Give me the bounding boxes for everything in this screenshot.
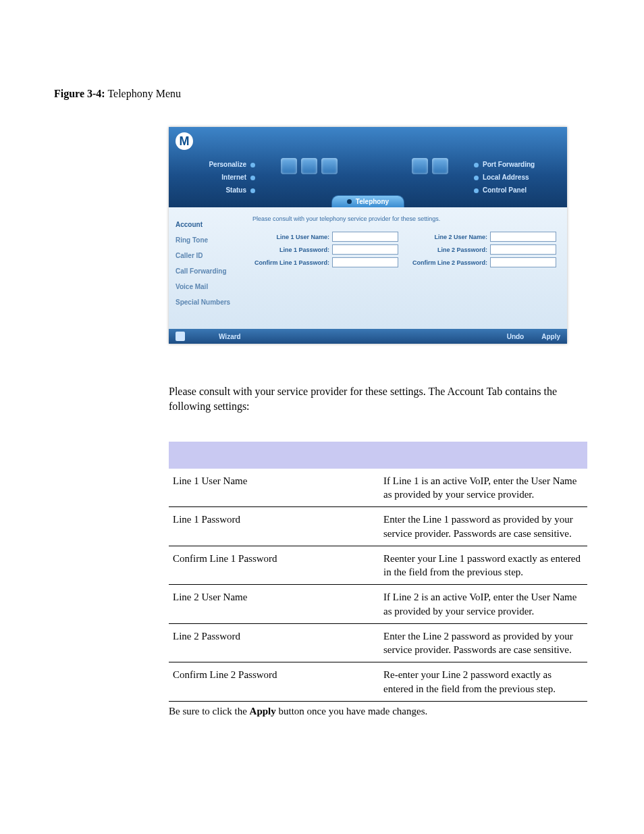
nav-local-address[interactable]: Local Address: [474, 171, 560, 184]
label-line1-password: Line 1 Password:: [279, 246, 329, 253]
header-graphics: [255, 154, 474, 181]
left-nav: Personalize Internet Status: [176, 154, 255, 197]
input-line1-password[interactable]: [332, 244, 398, 255]
nav-internet[interactable]: Internet: [176, 171, 255, 184]
gear-icon: [432, 158, 448, 174]
form-hint: Please consult with your telephony servi…: [252, 215, 556, 222]
sidebar-item-account[interactable]: Account: [176, 217, 242, 232]
bullet-icon: [250, 188, 255, 193]
bullet-icon: [474, 188, 479, 193]
intro-paragraph: Please consult with your service provide…: [169, 384, 587, 415]
sidebar: Account Ring Tone Caller ID Call Forward…: [169, 207, 248, 329]
input-confirm-line2-password[interactable]: [490, 257, 556, 267]
table-row: Line 2 PasswordEnter the Line 2 password…: [169, 623, 587, 662]
figure-label: Figure 3-4:: [54, 88, 105, 99]
nav-port-forwarding[interactable]: Port Forwarding: [474, 158, 560, 171]
input-line1-username[interactable]: [332, 232, 398, 242]
figure-title: Telephony Menu: [105, 88, 181, 99]
table-row: Line 1 User NameIf Line 1 is an active V…: [169, 469, 587, 507]
apply-button[interactable]: Apply: [541, 333, 560, 340]
table-row: Confirm Line 2 PasswordRe-enter your Lin…: [169, 662, 587, 702]
bullet-icon: [347, 199, 352, 204]
table-row: Line 2 User NameIf Line 2 is an active V…: [169, 585, 587, 624]
sidebar-item-voice-mail[interactable]: Voice Mail: [176, 279, 242, 294]
label-line2-password: Line 2 Password:: [437, 246, 487, 253]
motorola-logo-icon: M: [176, 132, 193, 150]
label-confirm-line1-password: Confirm Line 1 Password:: [254, 259, 329, 266]
table-header: [169, 442, 587, 469]
label-line1-username: Line 1 User Name:: [276, 234, 329, 240]
signal-icon: [301, 158, 317, 174]
sidebar-item-caller-id[interactable]: Caller ID: [176, 248, 242, 263]
input-line2-username[interactable]: [490, 232, 556, 242]
label-confirm-line2-password: Confirm Line 2 Password:: [412, 259, 487, 266]
settings-table: Line 1 User NameIf Line 1 is an active V…: [169, 442, 587, 702]
wizard-button[interactable]: Wizard: [219, 333, 241, 340]
monitor-icon: [412, 158, 428, 174]
nav-personalize[interactable]: Personalize: [176, 158, 255, 171]
undo-button[interactable]: Undo: [507, 333, 525, 340]
closing-note: Be sure to click the Apply button once y…: [169, 706, 590, 717]
figure-caption: Figure 3-4: Telephony Menu: [54, 88, 590, 100]
globe-icon: [281, 158, 297, 174]
bullet-icon: [474, 176, 479, 180]
pc-icon: [321, 158, 338, 174]
bullet-icon: [250, 176, 255, 180]
table-row: Line 1 PasswordEnter the Line 1 password…: [169, 507, 587, 546]
sidebar-item-call-forwarding[interactable]: Call Forwarding: [176, 263, 242, 279]
table-row: Confirm Line 1 PasswordReenter your Line…: [169, 546, 587, 585]
sidebar-item-ring-tone[interactable]: Ring Tone: [176, 232, 242, 248]
input-confirm-line1-password[interactable]: [332, 257, 398, 267]
nav-control-panel[interactable]: Control Panel: [474, 184, 560, 197]
right-nav: Port Forwarding Local Address Control Pa…: [474, 154, 560, 197]
wizard-icon[interactable]: [176, 332, 185, 341]
label-line2-username: Line 2 User Name:: [434, 234, 487, 240]
tab-telephony[interactable]: Telephony: [331, 195, 404, 207]
nav-status[interactable]: Status: [176, 184, 255, 197]
telephony-screenshot: M Personalize Internet Status: [169, 127, 567, 344]
bullet-icon: [250, 163, 255, 167]
input-line2-password[interactable]: [490, 244, 556, 255]
bullet-icon: [474, 163, 479, 167]
sidebar-item-special-numbers[interactable]: Special Numbers: [176, 294, 242, 310]
